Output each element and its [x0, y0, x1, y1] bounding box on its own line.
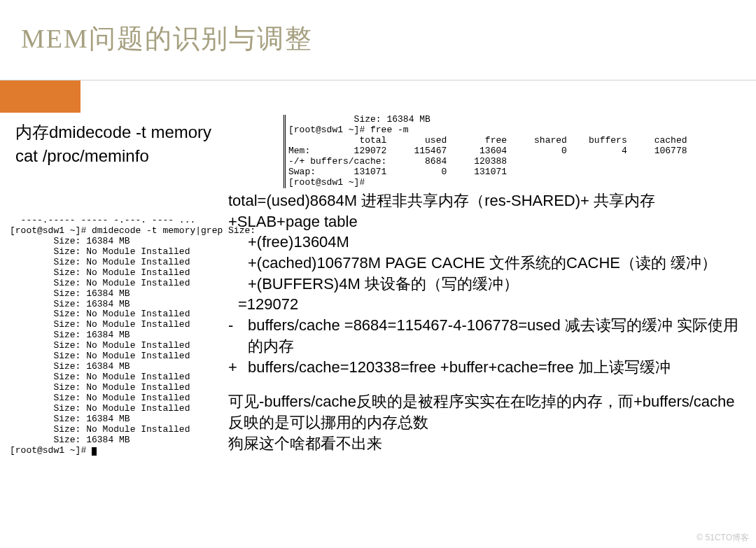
explain-free: +(free)13604M: [228, 232, 739, 253]
dmi-line: Size: No Module Installed: [10, 267, 190, 278]
slide-title: MEM问题的识别与调整: [21, 21, 313, 57]
conclusion-1: 可见-buffers/cache反映的是被程序实实在在吃掉的内存，而+buffe…: [228, 391, 739, 433]
dmi-line: Size: No Module Installed: [10, 424, 190, 435]
explain-plus-row: + buffers/cache=120338=free +buffer+cach…: [228, 357, 739, 378]
dmi-line: Size: No Module Installed: [10, 351, 190, 361]
plus-body: buffers/cache=120338=free +buffer+cache=…: [248, 357, 671, 378]
watermark: © 51CTO博客: [696, 532, 749, 544]
free-prompt-2: [root@sdw1 ~]#: [288, 177, 365, 188]
plus-label: +: [228, 357, 248, 378]
dmidecode-output: ----.----- ----- -.---. ---- ... [root@s…: [10, 216, 255, 456]
dmi-line: Size: No Module Installed: [10, 340, 190, 351]
cursor-icon: [92, 447, 97, 456]
dmi-line: Size: 16384 MB: [10, 288, 130, 299]
dmi-line: Size: No Module Installed: [10, 309, 190, 319]
explain-buffers: +(BUFFERS)4M 块设备的（写的缓冲）: [228, 274, 739, 295]
intro-text: 内存dmidecode -t memory cat /proc/meminfo: [15, 120, 211, 167]
dmi-line: Size: 16384 MB: [10, 361, 130, 372]
dmi-line: Size: 16384 MB: [10, 330, 130, 340]
dmi-line: Size: 16384 MB: [10, 435, 130, 445]
explain-cached: +(cached)106778M PAGE CACHE 文件系统的CACHE（读…: [228, 253, 739, 274]
dmi-line: Size: 16384 MB: [10, 414, 130, 424]
free-banner: Size: 16384 MB: [288, 114, 430, 125]
free-prompt-1: [root@sdw1 ~]# free -m: [288, 125, 409, 135]
dmi-cmd: [root@sdw1 ~]# dmidecode -t memory|grep …: [10, 225, 255, 236]
dmi-line: Size: 16384 MB: [10, 299, 130, 309]
intro-line-1: 内存dmidecode -t memory: [15, 120, 211, 144]
dmi-top: ----.----- ----- -.---. ---- ...: [10, 215, 195, 225]
minus-label: -: [228, 315, 248, 356]
intro-line-2: cat /proc/meminfo: [15, 144, 211, 168]
dmi-line: Size: No Module Installed: [10, 246, 190, 257]
conclusion-2: 狗屎这个啥都看不出来: [228, 433, 739, 454]
explanation-block: total=(used)8684M 进程非共享内存（res-SHARED)+ 共…: [228, 190, 739, 454]
accent-block: [0, 80, 80, 113]
minus-body: buffers/cache =8684=115467-4-106778=used…: [248, 315, 739, 356]
dmi-line: Size: No Module Installed: [10, 403, 190, 414]
free-swap-row: Swap: 131071 0 131071: [288, 167, 507, 177]
free-buffers-row: -/+ buffers/cache: 8684 120388: [288, 156, 507, 167]
free-header: total used free shared buffers cached: [288, 135, 687, 146]
dmi-line: Size: No Module Installed: [10, 382, 190, 393]
dmi-prompt: [root@sdw1 ~]#: [10, 445, 97, 456]
dmi-line: Size: No Module Installed: [10, 393, 190, 403]
free-mem-row: Mem: 129072 115467 13604 0 4 106778: [288, 146, 687, 156]
dmi-line: Size: No Module Installed: [10, 372, 190, 382]
explain-minus-row: - buffers/cache =8684=115467-4-106778=us…: [228, 315, 739, 356]
spacer: [228, 377, 739, 391]
free-command-output: Size: 16384 MB [root@sdw1 ~]# free -m to…: [284, 115, 687, 188]
horizontal-rule: [0, 80, 756, 80]
dmi-line: Size: No Module Installed: [10, 278, 190, 288]
dmi-line: Size: No Module Installed: [10, 257, 190, 267]
dmi-line: Size: 16384 MB: [10, 236, 130, 246]
dmi-line: Size: No Module Installed: [10, 319, 190, 330]
explain-total: total=(used)8684M 进程非共享内存（res-SHARED)+ 共…: [228, 190, 739, 232]
explain-sum: =129072: [228, 294, 739, 315]
